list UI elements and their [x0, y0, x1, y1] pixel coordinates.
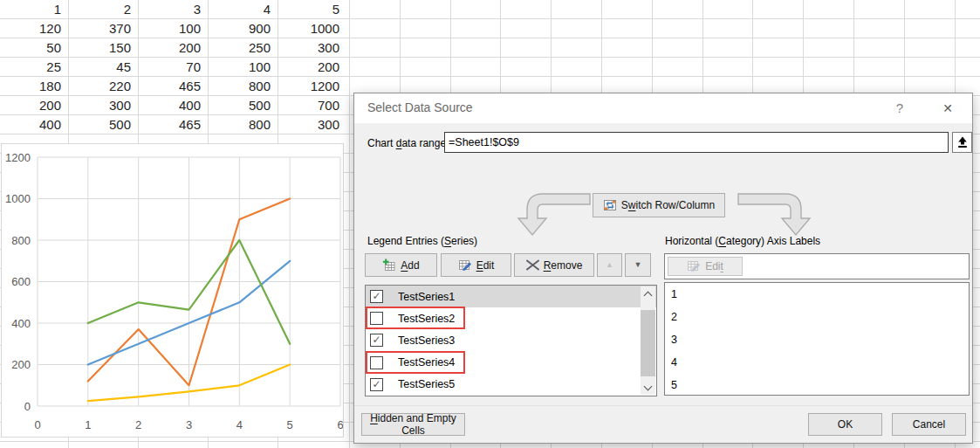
remove-button-label: Remove	[544, 259, 583, 272]
series-label: TestSeries1	[398, 291, 455, 303]
spreadsheet-cell[interactable]: 220	[68, 77, 138, 96]
spreadsheet-cell[interactable]: 100	[208, 58, 278, 77]
spreadsheet-cell[interactable]: 800	[208, 115, 278, 134]
series-row[interactable]: ✓TestSeries5	[366, 374, 656, 396]
spreadsheet-cell[interactable]: 120	[0, 19, 68, 38]
spreadsheet-cell[interactable]: 5	[278, 0, 346, 19]
axis-label-item[interactable]: 4	[665, 351, 969, 374]
spreadsheet-cell[interactable]: 900	[208, 19, 278, 38]
spreadsheet-cell[interactable]: 300	[278, 38, 346, 58]
series-label: TestSeries3	[398, 334, 455, 347]
chart-svg: 0200400600800100012000123456	[2, 144, 343, 437]
select-data-source-dialog: Select Data Source ? ✕ Chart data range:	[353, 93, 973, 444]
ok-button[interactable]: OK	[808, 413, 882, 436]
spreadsheet-cell[interactable]: 300	[68, 96, 138, 115]
triangle-down-icon: ▼	[634, 261, 642, 269]
y-tick-label: 1000	[5, 192, 31, 205]
scroll-down-button[interactable]	[641, 381, 655, 395]
spreadsheet-cell[interactable]: 500	[68, 115, 138, 134]
spreadsheet-cell[interactable]: 300	[278, 115, 346, 134]
series-checkbox[interactable]: ✓	[370, 378, 383, 391]
series-scrollbar[interactable]	[641, 286, 655, 395]
edit-icon-disabled	[687, 259, 701, 273]
spreadsheet-cell[interactable]: 100	[138, 19, 208, 38]
legend-entries-label: Legend Entries (Series)	[367, 235, 477, 247]
add-series-button[interactable]: Add	[365, 253, 437, 277]
edit-icon	[458, 258, 472, 272]
spreadsheet-cell[interactable]: 400	[0, 115, 68, 134]
spreadsheet-cell[interactable]: 200	[138, 38, 208, 58]
axis-label-item[interactable]: 5	[665, 374, 969, 396]
footer-divider	[354, 405, 972, 406]
move-series-down-button[interactable]: ▼	[625, 253, 651, 277]
spreadsheet-cell[interactable]: 800	[208, 77, 278, 96]
scrollbar-thumb[interactable]	[641, 310, 655, 376]
axis-label-item[interactable]: 1	[665, 283, 969, 306]
switch-row-column-label: Switch Row/Column	[621, 199, 715, 211]
y-tick-label: 1200	[5, 151, 31, 164]
series-label: TestSeries4	[398, 356, 455, 369]
axis-label-item[interactable]: 3	[665, 328, 969, 351]
series-checkbox[interactable]: ✓	[370, 334, 383, 347]
edit-series-button[interactable]: Edit	[441, 253, 511, 277]
series-row[interactable]: TestSeries2	[366, 307, 656, 329]
spreadsheet-cell[interactable]: 400	[138, 96, 208, 115]
spreadsheet-cell[interactable]: 370	[68, 19, 138, 38]
axis-label-item[interactable]: 2	[665, 306, 969, 328]
curved-arrow-left-icon	[516, 190, 591, 238]
scroll-up-button[interactable]	[641, 286, 655, 300]
hidden-cells-label: Hidden and Empty Cells	[362, 412, 464, 437]
spreadsheet-cell[interactable]: 2	[68, 0, 138, 19]
spreadsheet-cell[interactable]: 250	[208, 38, 278, 58]
chart-data-range-input[interactable]	[444, 132, 949, 153]
switch-row-column-button[interactable]: Switch Row/Column	[593, 193, 725, 217]
series-checkbox[interactable]	[370, 356, 383, 369]
x-tick-label: 4	[236, 418, 243, 431]
series-checkbox[interactable]: ✓	[370, 290, 383, 303]
spreadsheet-cell[interactable]: 1200	[278, 77, 346, 96]
edit-axis-labels-button[interactable]: Edit	[668, 257, 743, 276]
series-row[interactable]: TestSeries4	[366, 352, 656, 374]
help-icon[interactable]: ?	[887, 98, 913, 119]
spreadsheet-cell[interactable]: 500	[208, 96, 278, 115]
spreadsheet-cell[interactable]: 700	[278, 96, 346, 115]
remove-series-button[interactable]: Remove	[514, 253, 594, 277]
edit-axis-button-label: Edit	[705, 260, 723, 272]
spreadsheet-cell[interactable]: 200	[0, 96, 68, 115]
add-icon	[382, 258, 396, 272]
spreadsheet-cell[interactable]: 465	[138, 115, 208, 134]
spreadsheet-cell[interactable]: 4	[208, 0, 278, 19]
chart-object[interactable]: 0200400600800100012000123456	[1, 143, 344, 438]
y-tick-label: 200	[11, 358, 31, 371]
y-tick-label: 600	[11, 275, 31, 288]
y-tick-label: 800	[11, 234, 31, 247]
close-icon[interactable]: ✕	[935, 98, 961, 119]
move-series-up-button[interactable]: ▲	[597, 253, 622, 277]
x-tick-label: 0	[34, 418, 40, 431]
hidden-and-empty-cells-button[interactable]: Hidden and Empty Cells	[361, 413, 465, 436]
spreadsheet-cell[interactable]: 180	[0, 77, 68, 96]
spreadsheet-cell[interactable]: 25	[0, 58, 68, 77]
chart-data-range-label: Chart data range:	[367, 137, 449, 149]
add-button-label: Add	[401, 259, 419, 272]
dialog-titlebar[interactable]: Select Data Source ? ✕	[354, 93, 972, 123]
spreadsheet-cell[interactable]: 45	[68, 58, 138, 77]
spreadsheet-cell[interactable]: 150	[68, 38, 138, 58]
spreadsheet-cell[interactable]: 200	[278, 58, 346, 77]
axis-toolbar: Edit	[664, 253, 970, 279]
spreadsheet-cell[interactable]: 50	[0, 38, 68, 58]
x-tick-label: 3	[186, 418, 192, 431]
remove-icon	[526, 259, 539, 271]
spreadsheet-cell[interactable]: 1	[0, 0, 68, 19]
spreadsheet-cell[interactable]: 3	[138, 0, 208, 19]
spreadsheet-cell[interactable]: 465	[138, 77, 208, 96]
spreadsheet-cell[interactable]: 70	[138, 58, 208, 77]
series-row[interactable]: ✓TestSeries3	[366, 329, 656, 351]
cancel-button[interactable]: Cancel	[892, 413, 966, 436]
series-row[interactable]: ✓TestSeries1	[366, 286, 656, 307]
spreadsheet-cell[interactable]: 1000	[278, 19, 346, 38]
collapse-dialog-button[interactable]	[952, 132, 972, 153]
axis-labels-label: Horizontal (Category) Axis Labels	[665, 235, 820, 247]
triangle-up-icon: ▲	[606, 261, 613, 269]
series-checkbox[interactable]	[370, 312, 383, 325]
